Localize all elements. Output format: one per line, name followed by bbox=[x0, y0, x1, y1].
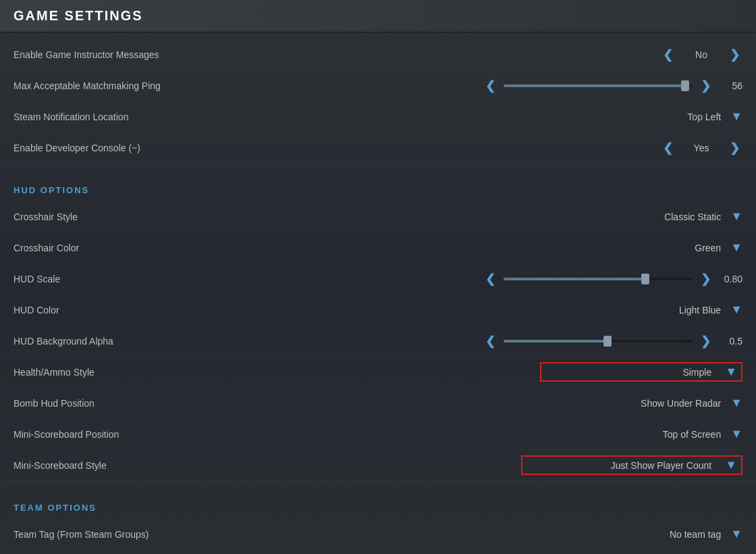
value-enable-game-instructor: No bbox=[681, 49, 722, 60]
value-mini-scoreboard-position: Top of Screen bbox=[663, 429, 726, 440]
setting-label-team-tag: Team Tag (From Steam Groups) bbox=[14, 529, 230, 540]
setting-row-bomb-hud-position: Bomb Hud Position Show Under Radar ▼ bbox=[0, 388, 756, 419]
spacer-2 bbox=[0, 481, 756, 489]
dropdown-control-health-ammo-style[interactable]: Simple ▼ bbox=[540, 362, 742, 382]
value-steam-notification: Top Left bbox=[687, 111, 726, 122]
value-crosshair-style: Classic Static bbox=[664, 211, 726, 222]
hud-section-header: HUD OPTIONS bbox=[0, 172, 756, 201]
team-section-title: TEAM OPTIONS bbox=[14, 503, 97, 513]
value-max-ping: 56 bbox=[719, 80, 742, 91]
setting-row-crosshair-style: Crosshair Style Classic Static ▼ bbox=[0, 201, 756, 232]
dropdown-control-crosshair-color: Green ▼ bbox=[540, 241, 742, 255]
dropdown-control-mini-scoreboard-position: Top of Screen ▼ bbox=[540, 427, 742, 441]
setting-control-enable-game-instructor: ❮ No ❯ bbox=[230, 47, 742, 62]
page-container: GAME SETTINGS Enable Game Instructor Mes… bbox=[0, 0, 756, 554]
dropdown-control-mini-scoreboard-style[interactable]: Just Show Player Count ▼ bbox=[521, 455, 742, 475]
slider-thumb-hud-bg-alpha[interactable] bbox=[603, 336, 612, 347]
arrow-left-developer-console[interactable]: ❮ bbox=[660, 141, 676, 155]
setting-label-steam-notification: Steam Notification Location bbox=[14, 111, 230, 122]
arrow-left-hud-bg-alpha[interactable]: ❮ bbox=[483, 334, 498, 349]
setting-label-developer-console: Enable Developer Console (~) bbox=[14, 143, 230, 153]
setting-label-bomb-hud-position: Bomb Hud Position bbox=[14, 398, 230, 409]
arrow-right-enable-game-instructor[interactable]: ❯ bbox=[727, 47, 742, 62]
value-mini-scoreboard-style: Just Show Player Count bbox=[528, 460, 717, 471]
arrow-left-max-ping[interactable]: ❮ bbox=[483, 78, 498, 93]
setting-row-mini-scoreboard-position: Mini-Scoreboard Position Top of Screen ▼ bbox=[0, 419, 756, 450]
arrow-right-developer-console[interactable]: ❯ bbox=[727, 141, 742, 155]
setting-label-mini-scoreboard-style: Mini-Scoreboard Style bbox=[14, 460, 230, 471]
dropdown-control-team-tag: No team tag ▼ bbox=[540, 527, 742, 541]
setting-label-mini-scoreboard-position: Mini-Scoreboard Position bbox=[14, 429, 230, 440]
setting-row-display-team-tags: Display Team Tags In Death Notices ❮ Yes… bbox=[0, 550, 756, 551]
slider-thumb-hud-scale[interactable] bbox=[641, 274, 649, 284]
dropdown-control-hud-color: Light Blue ▼ bbox=[540, 303, 742, 317]
slider-fill-max-ping bbox=[504, 84, 685, 87]
arrow-left-hud-scale[interactable]: ❮ bbox=[483, 272, 498, 286]
setting-control-developer-console: ❮ Yes ❯ bbox=[230, 141, 742, 155]
setting-row-mini-scoreboard-style: Mini-Scoreboard Style Just Show Player C… bbox=[0, 450, 756, 481]
setting-row-enable-game-instructor: Enable Game Instructor Messages ❮ No ❯ bbox=[0, 39, 756, 70]
chevron-bomb-hud-position[interactable]: ▼ bbox=[730, 396, 742, 410]
setting-row-hud-color: HUD Color Light Blue ▼ bbox=[0, 295, 756, 326]
spacer-1 bbox=[0, 163, 756, 172]
arrow-left-enable-game-instructor[interactable]: ❮ bbox=[660, 47, 676, 62]
setting-label-health-ammo-style: Health/Ammo Style bbox=[14, 367, 230, 378]
setting-label-max-ping: Max Acceptable Matchmaking Ping bbox=[14, 80, 230, 91]
chevron-crosshair-color[interactable]: ▼ bbox=[730, 241, 742, 255]
dropdown-control-bomb-hud-position: Show Under Radar ▼ bbox=[540, 396, 742, 410]
setting-row-hud-bg-alpha: HUD Background Alpha ❮ ❯ 0.5 bbox=[0, 326, 756, 357]
value-hud-scale: 0.80 bbox=[719, 274, 742, 284]
value-crosshair-color: Green bbox=[695, 243, 726, 253]
slider-fill-hud-bg-alpha bbox=[504, 340, 608, 343]
setting-label-crosshair-style: Crosshair Style bbox=[14, 211, 230, 222]
setting-label-hud-scale: HUD Scale bbox=[14, 274, 230, 284]
value-developer-console: Yes bbox=[681, 143, 722, 153]
setting-row-developer-console: Enable Developer Console (~) ❮ Yes ❯ bbox=[0, 132, 756, 163]
chevron-crosshair-style[interactable]: ▼ bbox=[730, 209, 742, 224]
arrow-right-max-ping[interactable]: ❯ bbox=[698, 78, 713, 93]
value-team-tag: No team tag bbox=[670, 529, 726, 540]
slider-fill-hud-scale bbox=[504, 278, 645, 280]
slider-track-hud-bg-alpha[interactable] bbox=[504, 340, 693, 343]
chevron-health-ammo-style[interactable]: ▼ bbox=[721, 365, 741, 379]
setting-row-max-ping: Max Acceptable Matchmaking Ping ❮ ❯ 56 bbox=[0, 70, 756, 101]
setting-label-enable-game-instructor: Enable Game Instructor Messages bbox=[14, 49, 230, 60]
chevron-hud-color[interactable]: ▼ bbox=[730, 303, 742, 317]
dropdown-control-crosshair-style: Classic Static ▼ bbox=[540, 209, 742, 224]
header-bar: GAME SETTINGS bbox=[0, 0, 756, 32]
team-section-header: TEAM OPTIONS bbox=[0, 489, 756, 519]
settings-container[interactable]: Enable Game Instructor Messages ❮ No ❯ M… bbox=[0, 32, 756, 551]
setting-row-hud-scale: HUD Scale ❮ ❯ 0.80 bbox=[0, 263, 756, 295]
arrow-right-hud-bg-alpha[interactable]: ❯ bbox=[698, 334, 713, 349]
dropdown-control-steam-notification: Top Left ▼ bbox=[540, 109, 742, 124]
setting-label-hud-color: HUD Color bbox=[14, 305, 230, 316]
chevron-mini-scoreboard-style[interactable]: ▼ bbox=[721, 458, 741, 472]
value-hud-bg-alpha: 0.5 bbox=[719, 336, 742, 347]
chevron-mini-scoreboard-position[interactable]: ▼ bbox=[730, 427, 742, 441]
page-title: GAME SETTINGS bbox=[14, 8, 143, 23]
arrow-right-hud-scale[interactable]: ❯ bbox=[698, 272, 713, 286]
value-hud-color: Light Blue bbox=[679, 305, 726, 316]
setting-row-crosshair-color: Crosshair Color Green ▼ bbox=[0, 232, 756, 263]
setting-label-hud-bg-alpha: HUD Background Alpha bbox=[14, 336, 230, 347]
slider-track-max-ping[interactable] bbox=[504, 84, 693, 87]
setting-row-team-tag: Team Tag (From Steam Groups) No team tag… bbox=[0, 519, 756, 550]
value-bomb-hud-position: Show Under Radar bbox=[641, 398, 726, 409]
slider-thumb-max-ping[interactable] bbox=[681, 80, 689, 91]
chevron-team-tag[interactable]: ▼ bbox=[730, 527, 742, 541]
value-health-ammo-style: Simple bbox=[568, 367, 717, 378]
setting-row-steam-notification: Steam Notification Location Top Left ▼ bbox=[0, 101, 756, 132]
hud-section-title: HUD OPTIONS bbox=[14, 185, 89, 195]
setting-row-health-ammo-style: Health/Ammo Style Simple ▼ bbox=[0, 357, 756, 388]
slider-control-hud-scale: ❮ ❯ 0.80 bbox=[473, 272, 742, 286]
slider-control-max-ping: ❮ ❯ 56 bbox=[473, 78, 742, 93]
slider-control-hud-bg-alpha: ❮ ❯ 0.5 bbox=[473, 334, 742, 349]
setting-label-crosshair-color: Crosshair Color bbox=[14, 243, 230, 253]
chevron-steam-notification[interactable]: ▼ bbox=[730, 109, 742, 124]
slider-track-hud-scale[interactable] bbox=[504, 278, 693, 280]
